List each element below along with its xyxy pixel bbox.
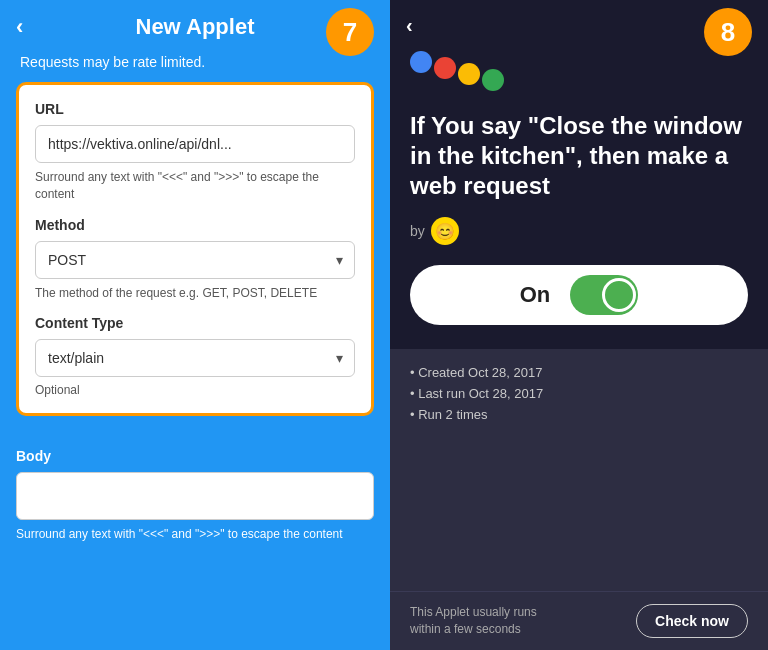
method-label: Method <box>35 217 355 233</box>
by-section: by 😊 <box>390 217 768 245</box>
page-title-left: New Applet <box>136 14 255 40</box>
yellow-dot <box>458 63 480 85</box>
step-badge-right: 8 <box>704 8 752 56</box>
url-hint: Surround any text with "<<<" and ">>>" t… <box>35 169 355 203</box>
left-panel: ‹ New Applet 7 Requests may be rate limi… <box>0 0 390 650</box>
step-badge-left: 7 <box>326 8 374 56</box>
rate-limited-text: Requests may be rate limited. <box>16 54 374 70</box>
form-card: URL Surround any text with "<<<" and ">>… <box>16 82 374 416</box>
back-button-left[interactable]: ‹ <box>16 14 23 40</box>
body-hint: Surround any text with "<<<" and ">>>" t… <box>16 526 374 543</box>
left-content: Requests may be rate limited. URL Surrou… <box>0 54 390 432</box>
left-header: ‹ New Applet 7 <box>0 0 390 54</box>
usually-runs-text: This Applet usually runs within a few se… <box>410 604 570 638</box>
content-type-select-wrapper: text/plain application/json application/… <box>35 339 355 377</box>
bottom-bar: This Applet usually runs within a few se… <box>390 591 768 650</box>
content-type-label: Content Type <box>35 315 355 331</box>
google-assistant-logo <box>390 51 768 91</box>
right-panel: ‹ 8 If You say "Close the window in the … <box>390 0 768 650</box>
author-avatar: 😊 <box>431 217 459 245</box>
toggle-switch[interactable] <box>570 275 638 315</box>
stats-section: • Created Oct 28, 2017 • Last run Oct 28… <box>390 349 768 591</box>
blue-dot <box>410 51 432 73</box>
content-type-select[interactable]: text/plain application/json application/… <box>35 339 355 377</box>
optional-label: Optional <box>35 383 355 397</box>
toggle-knob <box>602 278 636 312</box>
by-text: by <box>410 223 425 239</box>
check-now-button[interactable]: Check now <box>636 604 748 638</box>
method-select-wrapper: POST GET DELETE PUT ▾ <box>35 241 355 279</box>
stat-last-run: • Last run Oct 28, 2017 <box>410 386 748 401</box>
green-dot <box>482 69 504 91</box>
method-select[interactable]: POST GET DELETE PUT <box>35 241 355 279</box>
back-button-right[interactable]: ‹ <box>406 14 413 37</box>
body-section: Body Surround any text with "<<<" and ">… <box>0 448 390 543</box>
method-hint: The method of the request e.g. GET, POST… <box>35 285 355 302</box>
toggle-container: On <box>410 265 748 325</box>
url-input[interactable] <box>35 125 355 163</box>
body-label: Body <box>16 448 374 464</box>
right-header: ‹ 8 <box>390 0 768 51</box>
toggle-on-label: On <box>520 282 551 308</box>
red-dot <box>434 57 456 79</box>
stat-created: • Created Oct 28, 2017 <box>410 365 748 380</box>
url-label: URL <box>35 101 355 117</box>
stat-run-times: • Run 2 times <box>410 407 748 422</box>
applet-title: If You say "Close the window in the kitc… <box>390 111 768 201</box>
body-input[interactable] <box>16 472 374 520</box>
